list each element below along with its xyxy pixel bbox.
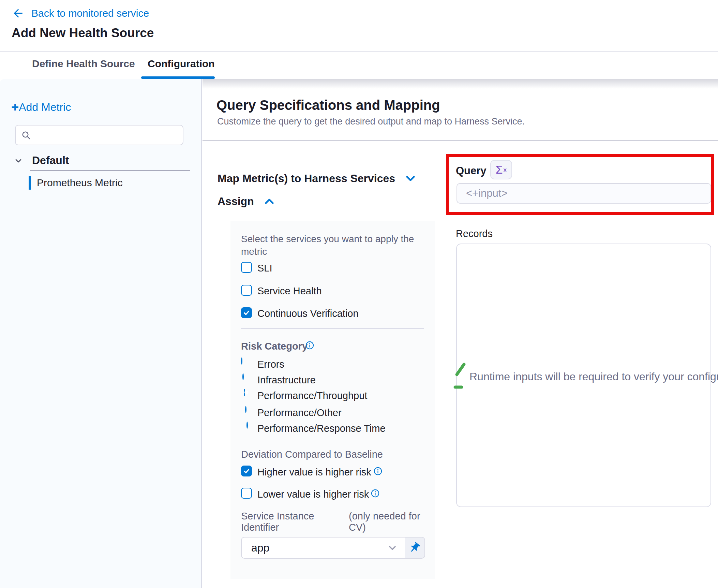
metric-group-default[interactable]: Default <box>14 154 69 167</box>
service-instance-label: Service Instance Identifier <box>241 511 340 533</box>
risk-performance-throughput-radio[interactable] <box>244 389 245 396</box>
query-input[interactable] <box>457 183 711 204</box>
risk-category-info-icon[interactable] <box>305 341 314 350</box>
active-tab-underline <box>141 76 215 79</box>
sli-label: SLI <box>257 263 272 274</box>
service-instance-select[interactable]: app <box>241 537 405 559</box>
risk-performance-throughput-label: Performance/Throughput <box>257 390 367 401</box>
risk-errors-label: Errors <box>257 359 284 370</box>
content-heading: Query Specifications and Mapping <box>216 98 440 113</box>
add-metric-label: Add Metric <box>19 101 71 113</box>
group-label: Default <box>32 154 69 167</box>
content-subheading: Customize the query to get the desired o… <box>217 116 525 127</box>
risk-infrastructure-radio[interactable] <box>242 373 244 380</box>
service-health-label: Service Health <box>257 285 322 296</box>
chevron-up-icon <box>263 195 276 208</box>
continuous-verification-checkbox[interactable] <box>241 307 252 318</box>
query-label: Query <box>456 165 487 177</box>
add-metric-button[interactable]: + Add Metric <box>11 101 71 113</box>
services-prompt: Select the services you want to apply th… <box>241 233 418 258</box>
metric-item-prometheus[interactable]: Prometheus Metric <box>37 177 123 189</box>
risk-infrastructure-label: Infrastructure <box>257 374 316 385</box>
service-health-checkbox[interactable] <box>241 285 252 296</box>
chevron-down-icon <box>404 172 417 185</box>
continuous-verification-label: Continuous Verification <box>257 308 359 319</box>
group-chevron-down-icon <box>14 156 23 165</box>
select-chevron-down-icon <box>387 542 398 553</box>
runtime-input-pin-button[interactable] <box>405 537 425 559</box>
page-title: Add New Health Source <box>12 26 154 40</box>
back-link-label: Back to monitored service <box>31 8 149 19</box>
group-divider <box>30 170 190 171</box>
back-to-monitored-service-link[interactable]: Back to monitored service <box>12 8 149 19</box>
add-health-source-page: Back to monitored service Add New Health… <box>0 0 718 588</box>
tab-define-health-source[interactable]: Define Health Source <box>32 58 135 70</box>
risk-performance-response-time-label: Performance/Response Time <box>257 423 386 434</box>
selected-metric-indicator <box>29 176 31 190</box>
expression-sigma-button[interactable]: Σx <box>490 160 512 179</box>
service-instance-value: app <box>251 542 387 554</box>
sli-checkbox[interactable] <box>241 262 252 273</box>
map-metrics-label: Map Metric(s) to Harness Services <box>218 172 395 185</box>
plus-icon: + <box>11 101 19 113</box>
assign-label: Assign <box>218 195 254 208</box>
lower-value-checkbox[interactable] <box>241 488 252 499</box>
map-metrics-section-toggle[interactable]: Map Metric(s) to Harness Services <box>218 172 417 185</box>
content-top-shadow <box>203 79 718 89</box>
deviation-label: Deviation Compared to Baseline <box>241 449 383 460</box>
checkmark-icon <box>243 467 250 475</box>
runtime-input-icon <box>453 361 467 390</box>
lower-value-label: Lower value is higher risk <box>257 489 369 500</box>
panel-divider <box>241 328 424 329</box>
tab-configuration[interactable]: Configuration <box>148 58 215 70</box>
sigma-sup: x <box>503 166 507 174</box>
higher-value-label: Higher value is higher risk <box>257 467 371 477</box>
search-icon <box>21 130 31 142</box>
assign-section-toggle[interactable]: Assign <box>218 195 276 208</box>
service-instance-hint: (only needed for CV) <box>349 511 434 533</box>
higher-value-checkbox[interactable] <box>241 466 252 476</box>
metric-search-box <box>15 125 183 145</box>
header-divider <box>0 51 718 52</box>
checkmark-icon <box>243 309 250 317</box>
risk-performance-other-radio[interactable] <box>245 406 246 413</box>
risk-performance-response-time-radio[interactable] <box>246 422 248 429</box>
pushpin-icon <box>408 542 421 554</box>
lower-value-info-icon[interactable] <box>371 489 380 498</box>
back-arrow-icon <box>12 8 24 19</box>
records-label: Records <box>456 228 493 239</box>
metric-search-input[interactable] <box>36 127 179 143</box>
sigma-glyph: Σ <box>496 163 503 176</box>
higher-value-info-icon[interactable] <box>373 467 383 476</box>
risk-performance-other-label: Performance/Other <box>257 407 342 418</box>
runtime-inputs-message: Runtime inputs will be required to verif… <box>469 370 718 383</box>
risk-errors-radio[interactable] <box>241 357 242 365</box>
content-divider <box>203 140 718 141</box>
risk-category-label: Risk Category <box>241 341 308 352</box>
